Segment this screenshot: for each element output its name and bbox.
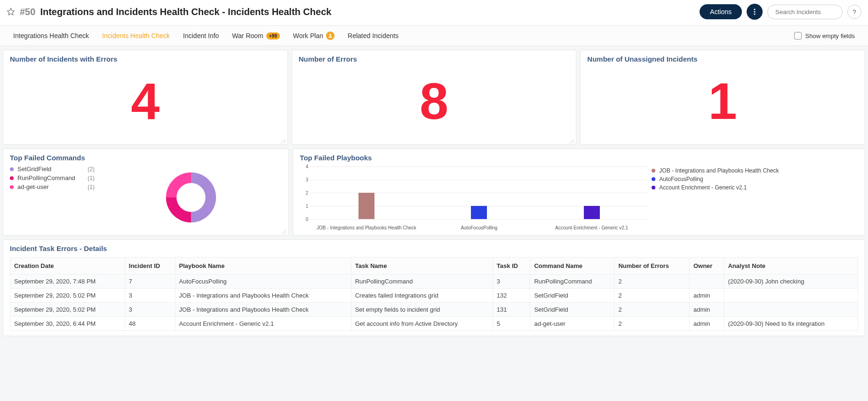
y-tick-label: 1 bbox=[300, 204, 308, 209]
show-empty-checkbox[interactable] bbox=[794, 32, 802, 39]
card-value: 8 bbox=[299, 66, 570, 140]
svg-marker-0 bbox=[8, 8, 15, 15]
legend-count: (1) bbox=[88, 184, 95, 190]
column-header[interactable]: Playbook Name bbox=[175, 258, 351, 275]
column-header[interactable]: Number of Errors bbox=[614, 258, 690, 275]
legend-item[interactable]: RunPollingCommand(1) bbox=[10, 173, 95, 182]
table-cell: 3 bbox=[125, 289, 175, 303]
column-header[interactable]: Owner bbox=[689, 258, 724, 275]
bar[interactable] bbox=[358, 193, 374, 219]
svg-point-3 bbox=[754, 13, 755, 15]
legend-label: Account Enrichment - Generic v2.1 bbox=[659, 184, 747, 191]
legend-label: AutoFocusPolling bbox=[659, 176, 703, 182]
table-row[interactable]: September 29, 2020, 7:48 PM7AutoFocusPol… bbox=[10, 275, 858, 289]
legend-item[interactable]: SetGridField(2) bbox=[10, 165, 95, 173]
table-cell: September 29, 2020, 7:48 PM bbox=[10, 275, 125, 289]
card-title: Number of Unassigned Incidents bbox=[587, 55, 858, 63]
tab-label: Integrations Health Check bbox=[13, 32, 89, 39]
table-row[interactable]: September 29, 2020, 5:02 PM3JOB - Integr… bbox=[10, 289, 858, 303]
legend-item[interactable]: AutoFocusPolling bbox=[652, 175, 858, 183]
tab-label: War Room bbox=[232, 32, 263, 39]
x-tick-label: Account Enrichment - Generic v2.1 bbox=[535, 225, 648, 230]
legend-item[interactable]: ad-get-user(1) bbox=[10, 182, 95, 191]
table-cell bbox=[724, 289, 858, 303]
resize-handle-icon[interactable] bbox=[569, 138, 574, 142]
column-header[interactable]: Command Name bbox=[530, 258, 614, 275]
legend-item[interactable]: Account Enrichment - Generic v2.1 bbox=[652, 183, 858, 192]
resize-handle-icon[interactable] bbox=[281, 138, 286, 142]
table-cell bbox=[689, 275, 724, 289]
tab-label: Incidents Health Check bbox=[102, 32, 170, 39]
table-cell: RunPollingCommand bbox=[530, 275, 614, 289]
card-title: Number of Incidents with Errors bbox=[10, 55, 281, 63]
help-button[interactable]: ? bbox=[847, 5, 861, 19]
table-cell: 2 bbox=[614, 275, 690, 289]
legend-color-dot bbox=[10, 176, 14, 180]
resize-handle-icon[interactable] bbox=[282, 228, 287, 233]
table-cell: September 29, 2020, 5:02 PM bbox=[10, 289, 125, 303]
tab-war-room[interactable]: War Room+99 bbox=[232, 26, 279, 46]
legend-item[interactable]: JOB - Integrations and Playbooks Health … bbox=[652, 166, 858, 175]
more-menu-button[interactable] bbox=[747, 4, 763, 20]
show-empty-label: Show empty fields bbox=[805, 32, 855, 39]
table-cell: 3 bbox=[493, 275, 530, 289]
card-title: Top Failed Commands bbox=[10, 154, 282, 162]
legend-label: JOB - Integrations and Playbooks Health … bbox=[659, 167, 779, 174]
table-cell: AutoFocusPolling bbox=[175, 275, 351, 289]
task-errors-table: Creation DateIncident IDPlaybook NameTas… bbox=[10, 257, 858, 331]
favorite-star-icon[interactable] bbox=[7, 8, 15, 16]
table-cell: 2 bbox=[614, 317, 690, 331]
tabs-row: Integrations Health CheckIncidents Healt… bbox=[0, 25, 868, 46]
column-header[interactable]: Task ID bbox=[493, 258, 530, 275]
table-cell: 7 bbox=[125, 275, 175, 289]
tab-related-incidents[interactable]: Related Incidents bbox=[348, 26, 398, 46]
svg-point-1 bbox=[754, 8, 755, 10]
table-cell: SetGridField bbox=[530, 289, 614, 303]
column-header[interactable]: Task Name bbox=[351, 258, 493, 275]
bar-chart: 01234 JOB - Integrations and Playbooks H… bbox=[300, 165, 648, 230]
tab-label: Work Plan bbox=[293, 32, 323, 39]
table-cell: (2020-09-30) Need to fix integration bbox=[724, 317, 858, 331]
page-title: Integrations and Incidents Health Check … bbox=[40, 7, 331, 17]
actions-button[interactable]: Actions bbox=[700, 4, 742, 19]
tab-work-plan[interactable]: Work Plan bbox=[293, 26, 334, 46]
table-cell: ad-get-user bbox=[530, 317, 614, 331]
legend-label: ad-get-user bbox=[17, 183, 88, 190]
table-row[interactable]: September 30, 2020, 6:44 PM48Account Enr… bbox=[10, 317, 858, 331]
card-title: Top Failed Playbooks bbox=[300, 154, 858, 162]
bar-slot bbox=[535, 166, 648, 219]
table-cell: (2020-09-30) John checking bbox=[724, 275, 858, 289]
table-cell bbox=[724, 303, 858, 317]
y-tick-label: 0 bbox=[300, 217, 308, 222]
tab-label: Related Incidents bbox=[348, 32, 398, 39]
tab-incidents-health-check[interactable]: Incidents Health Check bbox=[102, 26, 170, 46]
tab-integrations-health-check[interactable]: Integrations Health Check bbox=[13, 26, 89, 46]
table-row[interactable]: September 29, 2020, 5:02 PM3JOB - Integr… bbox=[10, 303, 858, 317]
bar[interactable] bbox=[584, 206, 600, 219]
table-cell: admin bbox=[689, 303, 724, 317]
card-title: Number of Errors bbox=[299, 55, 570, 63]
y-tick-label: 3 bbox=[300, 177, 308, 182]
y-tick-label: 2 bbox=[300, 190, 308, 196]
card-top-failed-playbooks: Top Failed Playbooks 01234 JOB - Integra… bbox=[293, 149, 865, 236]
bar[interactable] bbox=[471, 206, 487, 219]
svg-point-4 bbox=[329, 34, 331, 36]
tab-label: Incident Info bbox=[183, 32, 219, 39]
svg-point-2 bbox=[754, 11, 755, 12]
legend-color-dot bbox=[652, 177, 655, 181]
legend-count: (2) bbox=[88, 166, 95, 173]
column-header[interactable]: Incident ID bbox=[125, 258, 175, 275]
card-value: 1 bbox=[587, 66, 858, 140]
table-cell: 131 bbox=[493, 303, 530, 317]
card-title: Incident Task Errors - Details bbox=[10, 244, 858, 252]
column-header[interactable]: Analyst Note bbox=[724, 258, 858, 275]
x-tick-label: AutoFocusPolling bbox=[423, 225, 535, 230]
tab-incident-info[interactable]: Incident Info bbox=[183, 26, 219, 46]
card-incidents-with-errors: Number of Incidents with Errors 4 bbox=[3, 50, 288, 145]
legend-count: (1) bbox=[88, 175, 95, 181]
card-value: 4 bbox=[10, 66, 281, 140]
search-input[interactable] bbox=[767, 5, 843, 19]
column-header[interactable]: Creation Date bbox=[10, 258, 125, 275]
table-cell: Account Enrichment - Generic v2.1 bbox=[175, 317, 351, 331]
legend-color-dot bbox=[652, 169, 655, 173]
